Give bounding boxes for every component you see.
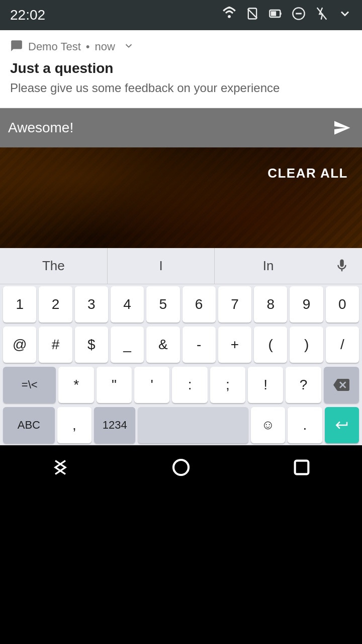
symbol-row-2: =\< * " ' : ; ! ? bbox=[0, 365, 362, 405]
key-9[interactable]: 9 bbox=[290, 286, 323, 323]
key-slash[interactable]: / bbox=[326, 327, 359, 363]
svg-point-9 bbox=[173, 460, 189, 475]
wifi-icon bbox=[222, 7, 236, 24]
reply-box bbox=[0, 108, 362, 147]
clear-all-button[interactable]: CLEAR ALL bbox=[253, 155, 362, 191]
key-6[interactable]: 6 bbox=[183, 286, 216, 323]
home-button[interactable] bbox=[166, 452, 196, 482]
key-8[interactable]: 8 bbox=[254, 286, 287, 323]
battery-icon bbox=[268, 7, 283, 24]
flash-off-icon bbox=[315, 7, 329, 24]
notif-header: Demo Test • now bbox=[10, 39, 352, 54]
sim-off-icon bbox=[245, 7, 259, 24]
key-5[interactable]: 5 bbox=[146, 286, 179, 323]
key-open-paren[interactable]: ( bbox=[254, 327, 287, 363]
key-minus[interactable]: - bbox=[183, 327, 216, 363]
key-apostrophe[interactable]: ' bbox=[134, 367, 169, 403]
notification-card: Demo Test • now Just a question Please g… bbox=[0, 30, 362, 108]
status-icons bbox=[222, 7, 352, 24]
key-hash[interactable]: # bbox=[39, 327, 72, 363]
key-3[interactable]: 3 bbox=[75, 286, 108, 323]
key-enter[interactable] bbox=[325, 407, 359, 443]
notification-bg-area: CLEAR ALL bbox=[0, 147, 362, 248]
keyboard: The I In 1 2 3 4 5 6 7 8 9 0 @ # $ _ & -… bbox=[0, 248, 362, 445]
svg-line-2 bbox=[248, 9, 257, 19]
status-time: 22:02 bbox=[10, 7, 45, 23]
recents-button[interactable] bbox=[287, 452, 317, 482]
notif-separator: • bbox=[86, 40, 90, 53]
status-bar: 22:02 bbox=[0, 0, 362, 30]
keyboard-suggestions: The I In bbox=[0, 248, 362, 284]
suggestion-i[interactable]: I bbox=[108, 248, 215, 284]
key-ampersand[interactable]: & bbox=[146, 327, 179, 363]
notif-app-name: Demo Test bbox=[28, 40, 81, 53]
bottom-row: ABC , 1234 ☺ . bbox=[0, 405, 362, 445]
suggestion-the[interactable]: The bbox=[0, 248, 108, 284]
key-1234[interactable]: 1234 bbox=[94, 407, 135, 443]
key-abc[interactable]: ABC bbox=[3, 407, 55, 443]
key-emoji[interactable]: ☺ bbox=[251, 407, 285, 443]
back-button[interactable] bbox=[45, 452, 75, 482]
symbol-row-1: @ # $ _ & - + ( ) / bbox=[0, 325, 362, 365]
notif-expand-icon[interactable] bbox=[123, 40, 134, 54]
key-0[interactable]: 0 bbox=[326, 286, 359, 323]
key-quote[interactable]: " bbox=[97, 367, 132, 403]
delete-key[interactable] bbox=[324, 367, 359, 403]
svg-rect-5 bbox=[271, 11, 277, 16]
reply-input[interactable] bbox=[8, 120, 330, 136]
notif-app-icon bbox=[10, 39, 23, 54]
key-question[interactable]: ? bbox=[286, 367, 321, 403]
microphone-button[interactable] bbox=[322, 258, 362, 273]
expand-icon bbox=[338, 7, 352, 24]
key-comma[interactable]: , bbox=[57, 407, 92, 443]
key-asterisk[interactable]: * bbox=[58, 367, 94, 403]
key-more-symbols[interactable]: =\< bbox=[3, 367, 56, 403]
key-dollar[interactable]: $ bbox=[75, 327, 108, 363]
notif-body: Please give us some feedback on your exp… bbox=[10, 79, 352, 97]
key-colon[interactable]: : bbox=[172, 367, 207, 403]
key-7[interactable]: 7 bbox=[218, 286, 251, 323]
key-exclamation[interactable]: ! bbox=[248, 367, 283, 403]
key-4[interactable]: 4 bbox=[111, 286, 144, 323]
key-semicolon[interactable]: ; bbox=[210, 367, 245, 403]
key-at[interactable]: @ bbox=[3, 327, 36, 363]
key-space[interactable] bbox=[138, 407, 248, 443]
bottom-nav bbox=[0, 445, 362, 490]
key-close-paren[interactable]: ) bbox=[290, 327, 323, 363]
svg-rect-10 bbox=[295, 460, 309, 474]
key-2[interactable]: 2 bbox=[39, 286, 72, 323]
key-1[interactable]: 1 bbox=[3, 286, 36, 323]
notif-time: now bbox=[95, 40, 115, 53]
notif-title: Just a question bbox=[10, 60, 352, 76]
key-underscore[interactable]: _ bbox=[111, 327, 144, 363]
svg-rect-4 bbox=[280, 13, 281, 15]
key-period[interactable]: . bbox=[288, 407, 322, 443]
reply-send-button[interactable] bbox=[330, 116, 354, 140]
dnd-icon bbox=[292, 7, 306, 24]
number-row: 1 2 3 4 5 6 7 8 9 0 bbox=[0, 284, 362, 325]
key-plus[interactable]: + bbox=[218, 327, 251, 363]
suggestion-in[interactable]: In bbox=[215, 248, 322, 284]
svg-point-0 bbox=[228, 15, 231, 18]
